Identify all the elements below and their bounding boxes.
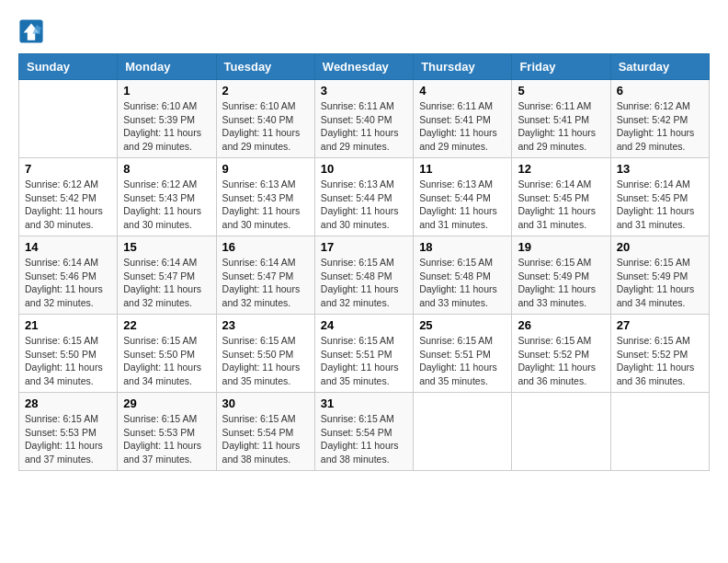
day-info: Sunrise: 6:15 AM Sunset: 5:52 PM Dayligh… xyxy=(518,334,604,388)
calendar-day-cell: 6Sunrise: 6:12 AM Sunset: 5:42 PM Daylig… xyxy=(610,80,709,158)
day-info: Sunrise: 6:15 AM Sunset: 5:50 PM Dayligh… xyxy=(222,334,309,388)
day-number: 2 xyxy=(222,84,309,98)
day-info: Sunrise: 6:15 AM Sunset: 5:51 PM Dayligh… xyxy=(321,334,407,388)
calendar-day-cell xyxy=(610,393,709,471)
day-info: Sunrise: 6:15 AM Sunset: 5:49 PM Dayligh… xyxy=(617,256,703,310)
weekday-header-cell: Saturday xyxy=(610,54,709,80)
day-number: 26 xyxy=(518,318,604,332)
day-number: 19 xyxy=(518,240,604,254)
calendar-day-cell: 13Sunrise: 6:14 AM Sunset: 5:45 PM Dayli… xyxy=(610,158,709,236)
calendar-day-cell: 24Sunrise: 6:15 AM Sunset: 5:51 PM Dayli… xyxy=(314,315,413,393)
calendar-day-cell xyxy=(414,393,512,471)
day-info: Sunrise: 6:15 AM Sunset: 5:51 PM Dayligh… xyxy=(419,334,506,388)
day-info: Sunrise: 6:10 AM Sunset: 5:40 PM Dayligh… xyxy=(222,99,309,154)
calendar-day-cell: 3Sunrise: 6:11 AM Sunset: 5:40 PM Daylig… xyxy=(314,80,413,158)
calendar-day-cell: 14Sunrise: 6:14 AM Sunset: 5:46 PM Dayli… xyxy=(19,236,118,315)
day-number: 8 xyxy=(123,162,210,176)
calendar-day-cell: 31Sunrise: 6:15 AM Sunset: 5:54 PM Dayli… xyxy=(314,393,413,471)
day-number: 4 xyxy=(419,84,506,98)
day-number: 21 xyxy=(25,318,111,332)
calendar-day-cell: 19Sunrise: 6:15 AM Sunset: 5:49 PM Dayli… xyxy=(512,236,610,315)
day-number: 5 xyxy=(518,84,604,98)
calendar-day-cell: 27Sunrise: 6:15 AM Sunset: 5:52 PM Dayli… xyxy=(610,315,709,393)
weekday-header-row: SundayMondayTuesdayWednesdayThursdayFrid… xyxy=(19,54,710,80)
day-number: 12 xyxy=(518,162,604,176)
weekday-header-cell: Tuesday xyxy=(216,54,314,80)
day-number: 24 xyxy=(321,318,407,332)
calendar-week-row: 7Sunrise: 6:12 AM Sunset: 5:42 PM Daylig… xyxy=(19,158,710,236)
calendar-day-cell: 16Sunrise: 6:14 AM Sunset: 5:47 PM Dayli… xyxy=(216,236,314,315)
calendar-body: 1Sunrise: 6:10 AM Sunset: 5:39 PM Daylig… xyxy=(19,80,710,471)
calendar-week-row: 14Sunrise: 6:14 AM Sunset: 5:46 PM Dayli… xyxy=(19,236,710,315)
calendar-day-cell: 15Sunrise: 6:14 AM Sunset: 5:47 PM Dayli… xyxy=(118,236,216,315)
day-info: Sunrise: 6:11 AM Sunset: 5:41 PM Dayligh… xyxy=(518,99,604,154)
day-number: 16 xyxy=(222,240,309,254)
day-info: Sunrise: 6:14 AM Sunset: 5:45 PM Dayligh… xyxy=(617,178,703,232)
day-number: 10 xyxy=(321,162,407,176)
calendar-day-cell: 29Sunrise: 6:15 AM Sunset: 5:53 PM Dayli… xyxy=(118,393,216,471)
logo xyxy=(18,18,48,44)
day-info: Sunrise: 6:14 AM Sunset: 5:46 PM Dayligh… xyxy=(25,256,111,310)
day-info: Sunrise: 6:10 AM Sunset: 5:39 PM Dayligh… xyxy=(123,99,210,154)
day-info: Sunrise: 6:15 AM Sunset: 5:54 PM Dayligh… xyxy=(222,412,309,466)
day-info: Sunrise: 6:15 AM Sunset: 5:50 PM Dayligh… xyxy=(25,334,111,388)
weekday-header-cell: Wednesday xyxy=(314,54,413,80)
weekday-header-cell: Thursday xyxy=(414,54,512,80)
day-number: 30 xyxy=(222,396,309,410)
day-info: Sunrise: 6:12 AM Sunset: 5:42 PM Dayligh… xyxy=(25,178,111,232)
day-number: 9 xyxy=(222,162,309,176)
day-info: Sunrise: 6:15 AM Sunset: 5:48 PM Dayligh… xyxy=(321,256,407,310)
calendar-week-row: 1Sunrise: 6:10 AM Sunset: 5:39 PM Daylig… xyxy=(19,80,710,158)
calendar-day-cell: 1Sunrise: 6:10 AM Sunset: 5:39 PM Daylig… xyxy=(118,80,216,158)
calendar-day-cell: 12Sunrise: 6:14 AM Sunset: 5:45 PM Dayli… xyxy=(512,158,610,236)
day-info: Sunrise: 6:14 AM Sunset: 5:47 PM Dayligh… xyxy=(222,256,309,310)
day-number: 1 xyxy=(123,84,210,98)
day-info: Sunrise: 6:12 AM Sunset: 5:42 PM Dayligh… xyxy=(617,99,703,154)
day-info: Sunrise: 6:12 AM Sunset: 5:43 PM Dayligh… xyxy=(123,178,210,232)
day-info: Sunrise: 6:15 AM Sunset: 5:49 PM Dayligh… xyxy=(518,256,604,310)
calendar-day-cell: 8Sunrise: 6:12 AM Sunset: 5:43 PM Daylig… xyxy=(118,158,216,236)
calendar-day-cell: 30Sunrise: 6:15 AM Sunset: 5:54 PM Dayli… xyxy=(216,393,314,471)
calendar-day-cell: 25Sunrise: 6:15 AM Sunset: 5:51 PM Dayli… xyxy=(414,315,512,393)
day-info: Sunrise: 6:15 AM Sunset: 5:48 PM Dayligh… xyxy=(419,256,506,310)
day-info: Sunrise: 6:15 AM Sunset: 5:54 PM Dayligh… xyxy=(321,412,407,466)
day-number: 20 xyxy=(617,240,703,254)
day-number: 11 xyxy=(419,162,506,176)
weekday-header-cell: Sunday xyxy=(19,54,118,80)
day-number: 7 xyxy=(25,162,111,176)
calendar-day-cell xyxy=(19,80,118,158)
calendar-day-cell: 21Sunrise: 6:15 AM Sunset: 5:50 PM Dayli… xyxy=(19,315,118,393)
day-info: Sunrise: 6:15 AM Sunset: 5:52 PM Dayligh… xyxy=(617,334,703,388)
day-info: Sunrise: 6:13 AM Sunset: 5:44 PM Dayligh… xyxy=(419,178,506,232)
day-number: 18 xyxy=(419,240,506,254)
calendar-day-cell: 7Sunrise: 6:12 AM Sunset: 5:42 PM Daylig… xyxy=(19,158,118,236)
calendar-day-cell: 5Sunrise: 6:11 AM Sunset: 5:41 PM Daylig… xyxy=(512,80,610,158)
day-info: Sunrise: 6:14 AM Sunset: 5:45 PM Dayligh… xyxy=(518,178,604,232)
calendar-day-cell: 23Sunrise: 6:15 AM Sunset: 5:50 PM Dayli… xyxy=(216,315,314,393)
calendar-day-cell: 28Sunrise: 6:15 AM Sunset: 5:53 PM Dayli… xyxy=(19,393,118,471)
calendar-day-cell: 22Sunrise: 6:15 AM Sunset: 5:50 PM Dayli… xyxy=(118,315,216,393)
logo-icon xyxy=(18,18,44,44)
day-info: Sunrise: 6:11 AM Sunset: 5:41 PM Dayligh… xyxy=(419,99,506,154)
day-number: 15 xyxy=(123,240,210,254)
calendar-day-cell: 26Sunrise: 6:15 AM Sunset: 5:52 PM Dayli… xyxy=(512,315,610,393)
day-number: 25 xyxy=(419,318,506,332)
day-info: Sunrise: 6:13 AM Sunset: 5:44 PM Dayligh… xyxy=(321,178,407,232)
day-number: 13 xyxy=(617,162,703,176)
calendar-week-row: 28Sunrise: 6:15 AM Sunset: 5:53 PM Dayli… xyxy=(19,393,710,471)
day-number: 6 xyxy=(617,84,703,98)
day-info: Sunrise: 6:14 AM Sunset: 5:47 PM Dayligh… xyxy=(123,256,210,310)
day-number: 29 xyxy=(123,396,210,410)
day-info: Sunrise: 6:15 AM Sunset: 5:50 PM Dayligh… xyxy=(123,334,210,388)
day-info: Sunrise: 6:15 AM Sunset: 5:53 PM Dayligh… xyxy=(123,412,210,466)
calendar-day-cell: 20Sunrise: 6:15 AM Sunset: 5:49 PM Dayli… xyxy=(610,236,709,315)
calendar-table: SundayMondayTuesdayWednesdayThursdayFrid… xyxy=(18,53,710,471)
calendar-day-cell: 9Sunrise: 6:13 AM Sunset: 5:43 PM Daylig… xyxy=(216,158,314,236)
day-number: 14 xyxy=(25,240,111,254)
day-number: 27 xyxy=(617,318,703,332)
day-info: Sunrise: 6:13 AM Sunset: 5:43 PM Dayligh… xyxy=(222,178,309,232)
calendar-day-cell: 18Sunrise: 6:15 AM Sunset: 5:48 PM Dayli… xyxy=(414,236,512,315)
calendar-day-cell: 2Sunrise: 6:10 AM Sunset: 5:40 PM Daylig… xyxy=(216,80,314,158)
day-number: 17 xyxy=(321,240,407,254)
calendar-day-cell: 10Sunrise: 6:13 AM Sunset: 5:44 PM Dayli… xyxy=(314,158,413,236)
